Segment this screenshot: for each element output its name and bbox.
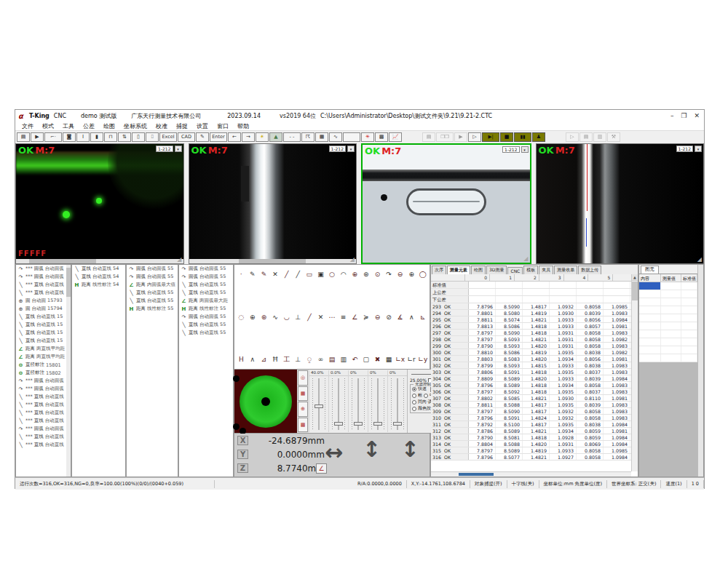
measure-list-scrollbar[interactable]	[66, 265, 71, 477]
tool-glyph[interactable]: ∠	[349, 312, 360, 322]
results-hscrollbar[interactable]	[431, 471, 631, 477]
light-segment-button[interactable]: ⊕	[298, 402, 308, 417]
results-tab-数据上传[interactable]: 数据上传	[578, 266, 601, 274]
camera4-scale-box[interactable]: 1-212	[676, 146, 693, 152]
tool-glyph[interactable]: ▣	[315, 269, 326, 279]
element-vscrollbar[interactable]	[697, 265, 703, 477]
tool-glyph[interactable]: ◠	[338, 269, 349, 279]
tool-glyph[interactable]: ╱	[293, 269, 304, 279]
measure-item[interactable]: H距离线性标注 55	[179, 305, 233, 313]
result-row-314[interactable]: 314 OK7.88048.50881.48201.09310.80691.09…	[431, 441, 638, 447]
tool-glyph[interactable]: ∿	[270, 312, 281, 322]
fast-radio[interactable]	[412, 387, 416, 391]
curve-button[interactable]: ∿	[329, 132, 342, 142]
camera2-hscrollbar[interactable]	[189, 259, 357, 263]
enter-button[interactable]: Enter	[210, 132, 227, 142]
results-tab-夹具[interactable]: 夹具	[539, 266, 553, 274]
measure-item[interactable]: ⊖直径标注15801	[16, 361, 71, 369]
slope-tool-button[interactable]: ∠	[316, 463, 327, 474]
menu-item-帮助[interactable]: 帮助	[234, 122, 253, 130]
tool-glyph[interactable]: ⊖	[372, 312, 383, 322]
medium-radio[interactable]	[424, 394, 428, 398]
tool-glyph[interactable]: ✕	[270, 269, 281, 279]
measure-item[interactable]: ↷*** 圆弧自动圆弧	[16, 385, 71, 393]
run-to-end-button[interactable]: ▶|	[482, 132, 499, 142]
close-button[interactable]: ✕	[694, 112, 700, 119]
camera-view-2[interactable]: OKM:7 1-212 ▾ ◢	[189, 143, 357, 264]
result-row-316[interactable]: 316 OK7.87968.50771.48211.09270.80581.09…	[431, 454, 638, 461]
tool-glyph[interactable]: H	[236, 354, 247, 364]
color-key-radio[interactable]	[412, 407, 416, 411]
tool-glyph[interactable]: ⊥	[293, 354, 304, 364]
tool-glyph[interactable]: ✎	[258, 269, 269, 279]
menu-item-窗口[interactable]: 窗口	[213, 122, 232, 130]
tool-glyph[interactable]: ∧	[406, 312, 417, 322]
next-button[interactable]: →	[242, 132, 255, 142]
runner-button[interactable]: ♟	[532, 132, 545, 142]
slider-thumb[interactable]	[393, 422, 402, 426]
light-segment-button[interactable]: ◎	[298, 370, 308, 386]
tool-glyph[interactable]: ◌	[236, 312, 247, 322]
tool-glyph[interactable]: ⋯	[327, 312, 338, 322]
result-row-306[interactable]: 306 OK7.87978.50921.48181.09350.80371.09…	[431, 388, 638, 395]
blank-button[interactable]	[343, 132, 360, 142]
measure-item[interactable]: ╲*** 直线自动直线	[16, 417, 71, 425]
tool-glyph[interactable]: Ħ	[270, 354, 281, 364]
tool-glyph[interactable]: ≽	[361, 312, 372, 322]
result-row-307[interactable]: 307 OK7.88028.50851.48211.09300.81101.09…	[431, 395, 638, 402]
tool-glyph[interactable]: ⊕	[349, 269, 360, 279]
measure-item[interactable]: H距离线性标注 55	[127, 305, 178, 313]
measure-item[interactable]: ↷圆弧自动圆弧 55	[127, 265, 178, 273]
tool-glyph[interactable]: ∧	[248, 354, 258, 364]
measure-item[interactable]: ╲直线自动直线 54	[72, 265, 125, 273]
dual-window-button[interactable]: ❒❒	[436, 132, 454, 142]
clamp-button[interactable]: ⊓	[104, 132, 117, 142]
tool-glyph[interactable]: ✖	[372, 354, 383, 364]
excel-button[interactable]: Excel	[159, 132, 177, 142]
tool-glyph[interactable]: ⊛	[361, 269, 372, 279]
element-row[interactable]	[639, 354, 697, 362]
element-row[interactable]	[639, 298, 697, 306]
pause-button[interactable]: ▮▮	[514, 132, 531, 142]
result-row-301[interactable]: 301 OK7.88038.50831.48201.09340.80561.09…	[431, 356, 638, 362]
laser-button[interactable]: ✳	[361, 132, 374, 142]
play2-button[interactable]: ▷	[566, 132, 579, 142]
tool-glyph[interactable]: ∟y	[418, 354, 429, 364]
result-row-311[interactable]: 311 OK7.87928.51001.48171.09350.80381.09…	[431, 421, 638, 428]
tool-glyph[interactable]: ⍜	[304, 354, 315, 364]
result-row-302[interactable]: 302 OK7.87998.50931.48151.09330.80381.09…	[431, 362, 638, 369]
measure-item[interactable]: ╲直线自动直线 15	[16, 321, 71, 329]
result-row-293[interactable]: 293 OK7.87968.50901.48171.09320.80581.09…	[431, 303, 638, 310]
tools-button[interactable]: ⚒	[607, 132, 620, 142]
element-row[interactable]	[639, 330, 697, 338]
results-tab-模板[interactable]: 模板	[523, 266, 538, 274]
result-row-303[interactable]: 303 OK7.88068.50911.48181.09350.80371.09…	[431, 369, 638, 375]
camera4-scale-dropdown[interactable]: ▾	[695, 146, 702, 152]
result-row-298[interactable]: 298 OK7.87978.50931.48211.09310.80581.09…	[431, 336, 638, 343]
tool-glyph[interactable]: ◡	[281, 312, 292, 322]
measure-item[interactable]: ╲直线自动直线 15	[16, 313, 71, 321]
element-tab[interactable]: 图元	[641, 266, 659, 274]
camera3-scale-box[interactable]: 1-212	[502, 146, 519, 153]
result-row-310[interactable]: 310 OK7.87968.50911.48241.09320.80581.09…	[431, 415, 638, 421]
light-button[interactable]: ☀	[256, 132, 269, 142]
block-button[interactable]: ▮	[90, 132, 103, 142]
tool-glyph[interactable]: ○	[327, 269, 338, 279]
measure-item[interactable]: H距离线性标注 54	[72, 281, 125, 289]
menu-item-设置[interactable]: 设置	[193, 122, 212, 130]
tool-glyph[interactable]: ↷	[384, 269, 395, 279]
measure-item[interactable]: ╲直线自动直线 15	[16, 337, 71, 345]
measure-item[interactable]: ↷圆弧自动圆弧 55	[179, 265, 233, 273]
save-button[interactable]: ▤	[17, 132, 30, 142]
camera2-resize-icon[interactable]: ◢	[350, 256, 355, 263]
camera-view-1[interactable]: OKM:7 1-212 ▾ FFFFF ◢	[15, 143, 184, 264]
result-row-312[interactable]: 312 OK7.87868.50891.48211.09340.80591.09…	[431, 428, 638, 434]
results-tab-次序[interactable]: 次序	[432, 266, 446, 274]
tool-glyph[interactable]: ⊕	[406, 269, 417, 279]
beam-width-button[interactable]: Ⅰ	[76, 132, 90, 142]
camera-view-3-selected[interactable]: OKM:7 1-212 ▾ ◢	[361, 143, 531, 264]
same-direction-radio[interactable]	[412, 400, 416, 404]
camera3-resize-icon[interactable]: ◢	[523, 255, 528, 262]
measure-item[interactable]: ╲*** 直线自动直线	[16, 441, 71, 449]
jog-horizontal-icon[interactable]: ↔	[325, 439, 343, 465]
